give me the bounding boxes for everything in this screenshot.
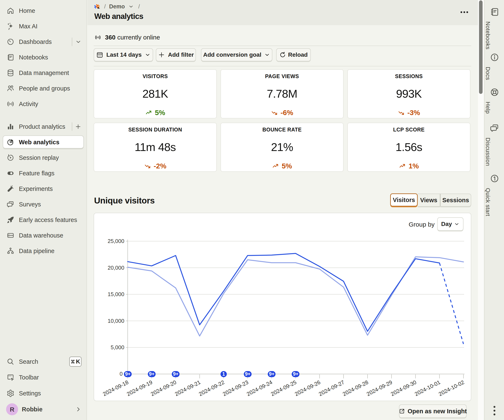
- svg-text:20,000: 20,000: [108, 264, 124, 271]
- svg-text:2024-10-01: 2024-10-01: [414, 379, 441, 397]
- svg-text:9+: 9+: [293, 371, 298, 377]
- svg-text:2024-09-20: 2024-09-20: [150, 379, 177, 397]
- svg-text:0: 0: [120, 371, 123, 377]
- svg-text:10,000: 10,000: [108, 318, 124, 324]
- svg-text:9+: 9+: [269, 371, 275, 377]
- svg-text:2024-09-28: 2024-09-28: [342, 379, 369, 397]
- svg-text:2024-09-21: 2024-09-21: [174, 379, 202, 397]
- svg-text:2024-09-23: 2024-09-23: [222, 379, 250, 397]
- svg-text:9+: 9+: [149, 371, 155, 377]
- svg-text:9+: 9+: [125, 371, 130, 377]
- svg-text:2024-09-27: 2024-09-27: [318, 379, 345, 397]
- svg-text:2024-09-24: 2024-09-24: [246, 379, 273, 397]
- svg-text:2024-10-02: 2024-10-02: [438, 379, 465, 397]
- svg-text:9+: 9+: [245, 371, 250, 377]
- svg-text:2024-09-22: 2024-09-22: [198, 379, 226, 397]
- svg-text:2024-09-26: 2024-09-26: [294, 379, 322, 397]
- svg-text:2024-09-19: 2024-09-19: [126, 379, 154, 397]
- svg-text:2024-09-18: 2024-09-18: [102, 379, 130, 397]
- svg-text:2024-09-25: 2024-09-25: [270, 379, 298, 397]
- svg-text:9+: 9+: [173, 371, 179, 377]
- svg-text:2024-09-29: 2024-09-29: [366, 379, 393, 397]
- svg-text:15,000: 15,000: [108, 291, 124, 297]
- svg-text:5,000: 5,000: [111, 344, 124, 350]
- svg-text:25,000: 25,000: [108, 238, 124, 244]
- svg-text:1: 1: [222, 371, 225, 377]
- svg-text:2024-09-30: 2024-09-30: [390, 379, 418, 397]
